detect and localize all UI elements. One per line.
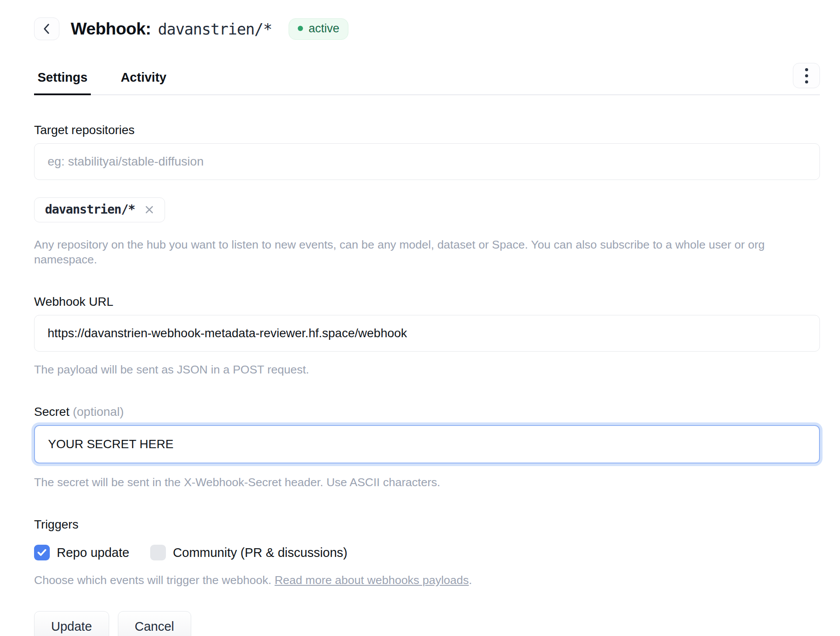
webhook-settings-page: Webhook: davanstrien/* active Settings A… — [0, 0, 840, 636]
tab-activity[interactable]: Activity — [117, 70, 170, 95]
cancel-button[interactable]: Cancel — [118, 611, 191, 636]
triggers-section: Triggers Repo update Community (PR & dis… — [34, 517, 820, 588]
secret-help: The secret will be sent in the X-Webhook… — [34, 475, 820, 490]
webhook-name: davanstrien/* — [158, 21, 272, 38]
target-repositories-section: Target repositories davanstrien/* Any re… — [34, 122, 820, 267]
page-title-label: Webhook: — [71, 19, 151, 38]
webhook-url-input[interactable] — [34, 315, 820, 352]
webhook-url-section: Webhook URL The payload will be sent as … — [34, 294, 820, 377]
repo-chip-label: davanstrien/* — [45, 202, 135, 217]
webhook-url-help: The payload will be sent as JSON in a PO… — [34, 362, 820, 377]
target-repositories-help: Any repository on the hub you want to li… — [34, 237, 820, 267]
trigger-community[interactable]: Community (PR & discussions) — [150, 545, 348, 560]
page-header: Webhook: davanstrien/* active — [34, 17, 820, 40]
close-icon — [144, 204, 155, 215]
kebab-dot-icon — [805, 68, 808, 71]
status-dot-icon — [298, 26, 303, 31]
check-icon — [37, 549, 47, 556]
community-checkbox[interactable] — [150, 545, 166, 560]
target-repositories-label: Target repositories — [34, 122, 820, 138]
webhook-url-label: Webhook URL — [34, 294, 820, 310]
back-button[interactable] — [34, 17, 59, 40]
trigger-repo-update[interactable]: Repo update — [34, 545, 129, 560]
triggers-label: Triggers — [34, 517, 820, 532]
kebab-dot-icon — [805, 74, 808, 77]
secret-input[interactable] — [34, 425, 820, 463]
kebab-dot-icon — [805, 80, 808, 83]
status-badge: active — [289, 18, 349, 40]
chevron-left-icon — [42, 22, 52, 35]
remove-chip-button[interactable] — [144, 204, 155, 215]
triggers-help-period: . — [469, 574, 472, 587]
tab-settings[interactable]: Settings — [34, 70, 91, 95]
webhooks-payloads-link[interactable]: Read more about webhooks payloads — [275, 574, 469, 587]
secret-label-text: Secret — [34, 405, 69, 418]
page-title: Webhook: davanstrien/* — [71, 19, 272, 38]
repo-update-label: Repo update — [57, 546, 129, 560]
target-repositories-input[interactable] — [34, 143, 820, 180]
tab-bar: Settings Activity — [34, 63, 820, 95]
form-actions: Update Cancel — [34, 611, 820, 636]
triggers-options: Repo update Community (PR & discussions) — [34, 545, 820, 560]
status-badge-label: active — [309, 22, 340, 35]
triggers-help-text: Choose which events will trigger the web… — [34, 574, 275, 587]
secret-label: Secret (optional) — [34, 404, 820, 420]
repo-update-checkbox[interactable] — [34, 545, 50, 560]
tab-list: Settings Activity — [34, 70, 170, 94]
community-label: Community (PR & discussions) — [173, 546, 348, 560]
triggers-help: Choose which events will trigger the web… — [34, 573, 820, 588]
overflow-menu-button[interactable] — [793, 63, 820, 88]
secret-section: Secret (optional) The secret will be sen… — [34, 404, 820, 490]
repo-chip: davanstrien/* — [34, 197, 165, 222]
repo-chip-row: davanstrien/* — [34, 197, 820, 222]
secret-optional-text: (optional) — [73, 405, 124, 418]
update-button[interactable]: Update — [34, 611, 109, 636]
